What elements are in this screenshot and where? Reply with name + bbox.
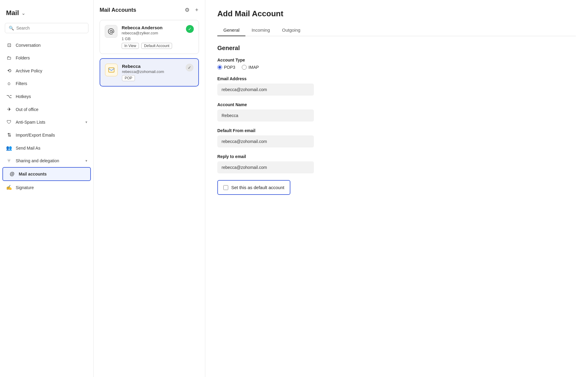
svg-rect-1	[109, 68, 114, 72]
imap-option[interactable]: IMAP	[242, 65, 259, 70]
anti-spam-chevron-icon: ▾	[85, 120, 87, 124]
sidebar-item-filters[interactable]: ⌽ Filters	[0, 77, 93, 90]
account-tags: In ViewDefault Account	[122, 43, 182, 49]
sidebar-item-send-mail-as[interactable]: 👥 Send Mail As	[0, 141, 93, 154]
general-section: General Account Type POP3 IMAP Email Add…	[217, 45, 576, 195]
tab-general[interactable]: General	[217, 24, 245, 36]
pop3-radio[interactable]	[217, 65, 222, 70]
imap-label: IMAP	[248, 65, 259, 70]
middle-header: Mail Accounts ⚙ +	[100, 6, 199, 14]
account-card-rebecca-anderson[interactable]: Rebecca Anderson rebecca@zylker.com 1 GB…	[100, 20, 199, 54]
import-export-icon: ⇅	[6, 132, 12, 138]
pop3-option[interactable]: POP3	[217, 65, 235, 70]
mail-accounts-icon: @	[9, 171, 15, 177]
account-card-rebecca[interactable]: Rebecca rebecca@zohomail.com POP ✓	[100, 58, 199, 87]
send-mail-as-label: Send Mail As	[16, 146, 87, 150]
anti-spam-icon: 🛡	[6, 119, 12, 125]
account-avatar	[105, 64, 118, 76]
signature-label: Signature	[16, 185, 87, 190]
out-of-office-icon: ✈	[6, 106, 12, 112]
sidebar-item-sharing-delegation[interactable]: ⑂ Sharing and delegation ▾	[0, 154, 93, 167]
signature-icon: ✍	[6, 185, 12, 190]
conversation-label: Conversation	[16, 43, 87, 48]
right-panel: Add Mail Account GeneralIncomingOutgoing…	[205, 0, 588, 377]
add-account-button[interactable]: +	[194, 6, 199, 14]
sidebar: Mail ⌄ 🔍 ⊡ Conversation 🗀 Folders ⟲ Arch…	[0, 0, 94, 377]
email-address-group: Email Address	[217, 76, 576, 96]
default-from-label: Default From email	[217, 128, 576, 133]
account-name: Rebecca	[122, 64, 181, 69]
default-from-group: Default From email	[217, 128, 576, 147]
sidebar-nav: ⊡ Conversation 🗀 Folders ⟲ Archive Polic…	[0, 39, 93, 194]
search-icon: 🔍	[9, 26, 14, 30]
account-name-input[interactable]	[217, 109, 314, 122]
check-icon: ✓	[186, 25, 194, 33]
out-of-office-label: Out of office	[16, 107, 87, 112]
sharing-delegation-label: Sharing and delegation	[16, 158, 82, 163]
hotkeys-icon: ⌥	[6, 93, 12, 99]
account-type-label: Account Type	[217, 58, 576, 62]
filters-icon: ⌽	[6, 81, 12, 86]
sharing-delegation-icon: ⑂	[6, 158, 12, 163]
set-default-checkbox[interactable]	[223, 185, 228, 190]
account-tag: In View	[122, 43, 139, 49]
sidebar-item-out-of-office[interactable]: ✈ Out of office	[0, 103, 93, 116]
sidebar-item-conversation[interactable]: ⊡ Conversation	[0, 39, 93, 52]
tab-incoming[interactable]: Incoming	[245, 24, 276, 36]
account-info: Rebecca rebecca@zohomail.com POP	[122, 64, 181, 81]
sidebar-item-anti-spam[interactable]: 🛡 Anti-Spam Lists ▾	[0, 116, 93, 128]
reply-to-input[interactable]	[217, 161, 314, 173]
account-info: Rebecca Anderson rebecca@zylker.com 1 GB…	[122, 25, 182, 49]
sidebar-item-hotkeys[interactable]: ⌥ Hotkeys	[0, 90, 93, 103]
default-from-input[interactable]	[217, 135, 314, 147]
set-default-checkbox-row[interactable]: Set this as default account	[217, 180, 290, 195]
account-check: ✓	[186, 25, 194, 33]
sidebar-item-mail-accounts[interactable]: @ Mail accounts	[2, 167, 91, 181]
reply-to-label: Reply to email	[217, 154, 576, 159]
folders-icon: 🗀	[6, 55, 12, 61]
settings-button[interactable]: ⚙	[184, 6, 190, 14]
account-type-radio-group: POP3 IMAP	[217, 65, 576, 70]
email-address-label: Email Address	[217, 76, 576, 81]
mail-accounts-label: Mail accounts	[19, 172, 84, 176]
account-name-group: Account Name	[217, 102, 576, 122]
account-type-group: Account Type POP3 IMAP	[217, 58, 576, 70]
middle-actions: ⚙ +	[184, 6, 199, 14]
middle-panel: Mail Accounts ⚙ + Rebecca Anderson rebec…	[94, 0, 205, 377]
account-check: ✓	[186, 64, 193, 71]
folders-label: Folders	[16, 55, 87, 60]
search-box[interactable]: 🔍	[5, 23, 88, 33]
import-export-label: Import/Export Emails	[16, 133, 87, 138]
sidebar-item-archive-policy[interactable]: ⟲ Archive Policy	[0, 64, 93, 77]
sidebar-chevron-icon[interactable]: ⌄	[21, 10, 25, 16]
accounts-list: Rebecca Anderson rebecca@zylker.com 1 GB…	[100, 20, 199, 91]
account-email: rebecca@zylker.com	[122, 31, 182, 35]
account-name: Rebecca Anderson	[122, 25, 182, 30]
sidebar-item-signature[interactable]: ✍ Signature	[0, 181, 93, 194]
sidebar-title: Mail	[6, 9, 19, 17]
account-name-label: Account Name	[217, 102, 576, 107]
sidebar-item-import-export[interactable]: ⇅ Import/Export Emails	[0, 128, 93, 141]
filters-label: Filters	[16, 81, 87, 86]
imap-radio[interactable]	[242, 65, 247, 70]
sharing-delegation-chevron-icon: ▾	[85, 159, 87, 163]
account-storage: 1 GB	[122, 36, 182, 41]
hotkeys-label: Hotkeys	[16, 94, 87, 99]
tabs: GeneralIncomingOutgoing	[217, 24, 576, 36]
sidebar-header: Mail ⌄	[0, 6, 93, 23]
account-tag: POP	[122, 75, 135, 81]
conversation-icon: ⊡	[6, 42, 12, 48]
email-address-input[interactable]	[217, 84, 314, 96]
account-email: rebecca@zohomail.com	[122, 69, 181, 74]
archive-policy-label: Archive Policy	[16, 68, 87, 73]
account-tag: Default Account	[141, 43, 172, 49]
sidebar-item-folders[interactable]: 🗀 Folders	[0, 52, 93, 64]
page-title: Add Mail Account	[217, 9, 576, 18]
search-input[interactable]	[16, 26, 85, 30]
section-title: General	[217, 45, 576, 52]
reply-to-group: Reply to email	[217, 154, 576, 173]
pop3-label: POP3	[224, 65, 235, 70]
check-icon: ✓	[186, 64, 193, 71]
tab-outgoing[interactable]: Outgoing	[276, 24, 306, 36]
account-tags: POP	[122, 75, 181, 81]
